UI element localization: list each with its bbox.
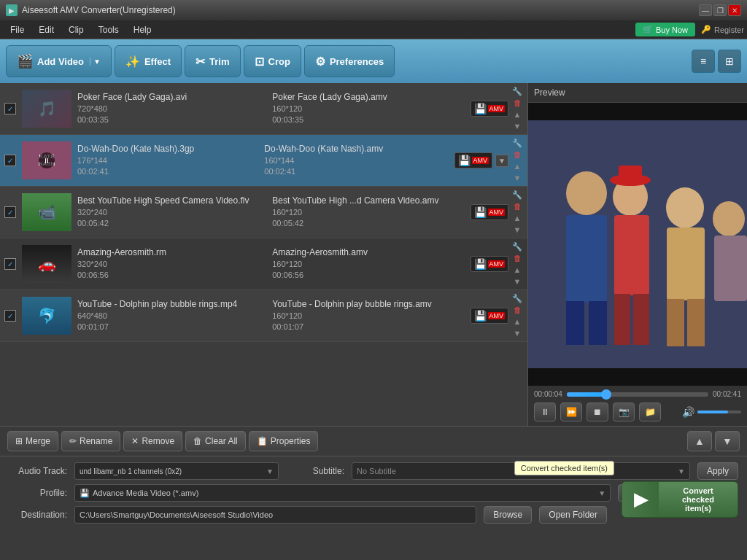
floppy-icon: 💾 xyxy=(474,258,487,270)
list-view-button[interactable]: ≡ xyxy=(692,50,715,73)
titlebar: ▶ Aiseesoft AMV Converter(Unregistered) … xyxy=(0,0,747,20)
apply-button[interactable]: Apply xyxy=(697,462,738,480)
move-down-button[interactable]: ▼ xyxy=(511,121,523,131)
file-row[interactable]: 🚗 Amazing-Aerosmith.rm 320*240 00:06:56 … xyxy=(0,238,527,290)
format-label: AMV xyxy=(488,105,506,112)
merge-button[interactable]: ⊞ Merge xyxy=(7,431,58,451)
move-up-button[interactable]: ▲ xyxy=(511,109,523,120)
edit-button[interactable]: 🔧 xyxy=(511,138,523,148)
file-checkbox[interactable] xyxy=(4,103,16,114)
svg-rect-3 xyxy=(566,215,607,303)
move-down-button[interactable]: ▼ xyxy=(511,328,523,338)
edit-button[interactable]: 🔧 xyxy=(511,241,523,252)
subtitle-label: Subtitle: xyxy=(286,466,344,476)
file-thumbnail: KATENASH ⏸ xyxy=(22,141,71,179)
file-meta: 176*144 00:02:41 xyxy=(77,155,264,178)
file-output: Amazing-Aerosmith.amv 160*120 00:06:56 xyxy=(272,247,467,281)
convert-button[interactable]: ▶ Convert checked item(s) xyxy=(622,481,738,518)
preferences-button[interactable]: ⚙ Preferences xyxy=(304,45,395,77)
file-controls: 💾 AMV xyxy=(471,101,509,117)
destination-input[interactable]: C:\Users\Smartguy\Documents\Aiseesoft St… xyxy=(74,506,476,524)
stop-button[interactable]: ⏹ xyxy=(587,402,608,421)
close-button[interactable]: ✕ xyxy=(728,4,741,16)
profile-select[interactable]: 💾 Advance Media Video (*.amv) ▼ xyxy=(74,484,611,502)
seek-track[interactable] xyxy=(567,392,708,397)
edit-button[interactable]: 🔧 xyxy=(511,86,523,96)
audio-subtitle-row: Audio Track: und libamr_nb 1 channels (0… xyxy=(9,462,738,480)
clear-icon: 🗑 xyxy=(193,436,202,446)
move-up-button[interactable]: ▲ xyxy=(511,316,523,327)
add-video-dropdown-arrow[interactable]: ▼ xyxy=(90,58,101,66)
grid-view-button[interactable]: ⊞ xyxy=(718,50,741,73)
move-down-button[interactable]: ▼ xyxy=(511,276,523,287)
move-down-button[interactable]: ▼ xyxy=(511,225,523,235)
format-badge[interactable]: 💾 AMV xyxy=(471,256,509,272)
file-checkbox[interactable] xyxy=(4,310,16,322)
format-badge[interactable]: 💾 AMV xyxy=(471,204,509,220)
move-up-button[interactable]: ▲ xyxy=(511,161,523,171)
buy-now-button[interactable]: 🛒 Buy Now xyxy=(635,23,695,36)
add-video-button[interactable]: 🎬 Add Video ▼ xyxy=(6,45,112,77)
delete-button[interactable]: 🗑 xyxy=(511,253,523,263)
fast-forward-button[interactable]: ⏩ xyxy=(560,402,582,421)
crop-button[interactable]: ⊡ Crop xyxy=(244,45,301,77)
minimize-button[interactable]: — xyxy=(699,4,712,16)
move-up-button[interactable]: ▲ xyxy=(511,265,523,275)
file-thumbnail: 🚗 xyxy=(22,245,71,283)
edit-button[interactable]: 🔧 xyxy=(511,293,523,303)
audio-track-label: Audio Track: xyxy=(9,466,67,476)
remove-button[interactable]: ✕ Remove xyxy=(123,431,182,451)
edit-button[interactable]: 🔧 xyxy=(511,190,523,200)
file-checkbox[interactable] xyxy=(4,258,16,270)
file-info: Do-Wah-Doo (Kate Nash).3gp 176*144 00:02… xyxy=(77,144,264,178)
move-up-button[interactable]: ▲ xyxy=(511,213,523,223)
menu-tools[interactable]: Tools xyxy=(91,22,126,38)
clear-all-button[interactable]: 🗑 Clear All xyxy=(185,431,246,451)
subtitle-dropdown-arrow: ▼ xyxy=(678,467,685,475)
format-badge[interactable]: 💾 AMV xyxy=(471,308,509,324)
open-folder-button[interactable]: 📁 xyxy=(639,402,661,421)
delete-button[interactable]: 🗑 xyxy=(511,149,523,160)
snapshot-button[interactable]: 📷 xyxy=(613,402,635,421)
svg-rect-9 xyxy=(633,294,649,345)
file-checkbox[interactable] xyxy=(4,155,16,166)
file-row[interactable]: KATENASH ⏸ Do-Wah-Doo (Kate Nash).3gp 17… xyxy=(0,135,527,187)
file-info: Amazing-Aerosmith.rm 320*240 00:06:56 xyxy=(77,247,272,281)
svg-rect-8 xyxy=(614,294,630,345)
file-row[interactable]: 🎵 Poker Face (Lady Gaga).avi 720*480 00:… xyxy=(0,83,527,135)
delete-button[interactable]: 🗑 xyxy=(511,201,523,211)
menu-help[interactable]: Help xyxy=(126,22,159,38)
move-down-button[interactable]: ▼ xyxy=(715,431,740,451)
format-label: AMV xyxy=(488,260,506,268)
volume-slider[interactable] xyxy=(697,411,741,413)
format-label: AMV xyxy=(488,209,506,216)
properties-button[interactable]: 📋 Properties xyxy=(249,431,319,451)
move-up-button[interactable]: ▲ xyxy=(687,431,712,451)
file-output: Best YouTube High ...d Camera Video.amv … xyxy=(272,195,467,230)
format-badge[interactable]: 💾 AMV xyxy=(454,152,493,168)
file-checkbox[interactable] xyxy=(4,206,16,218)
open-folder-button[interactable]: Open Folder xyxy=(539,506,607,524)
menu-edit[interactable]: Edit xyxy=(31,22,61,38)
rename-button[interactable]: ✏ Rename xyxy=(61,431,120,451)
audio-track-select[interactable]: und libamr_nb 1 channels (0x2) ▼ xyxy=(74,462,279,480)
menu-clip[interactable]: Clip xyxy=(61,22,91,38)
format-dropdown-arrow[interactable]: ▼ xyxy=(495,155,508,167)
register-button[interactable]: 🔑 Register xyxy=(701,25,744,34)
format-badge[interactable]: 💾 AMV xyxy=(471,101,509,117)
file-name: YouTube - Dolphin play bubble rings.mp4 xyxy=(77,299,272,309)
maximize-button[interactable]: ❐ xyxy=(713,4,727,16)
file-list: 🎵 Poker Face (Lady Gaga).avi 720*480 00:… xyxy=(0,83,528,426)
move-down-button[interactable]: ▼ xyxy=(511,173,523,183)
delete-button[interactable]: 🗑 xyxy=(511,305,523,315)
file-row[interactable]: 📹 Best YouTube High Speed Camera Video.f… xyxy=(0,187,527,238)
file-row[interactable]: 🐬 YouTube - Dolphin play bubble rings.mp… xyxy=(0,290,527,342)
floppy-icon: 💾 xyxy=(474,103,487,114)
pause-button[interactable]: ⏸ xyxy=(534,402,556,421)
menu-file[interactable]: File xyxy=(3,22,31,38)
app-title: ▶ Aiseesoft AMV Converter(Unregistered) xyxy=(6,4,176,16)
effect-button[interactable]: ✨ Effect xyxy=(115,45,182,77)
delete-button[interactable]: 🗑 xyxy=(511,98,523,108)
browse-button[interactable]: Browse xyxy=(484,506,532,524)
trim-button[interactable]: ✂ Trim xyxy=(185,45,240,77)
